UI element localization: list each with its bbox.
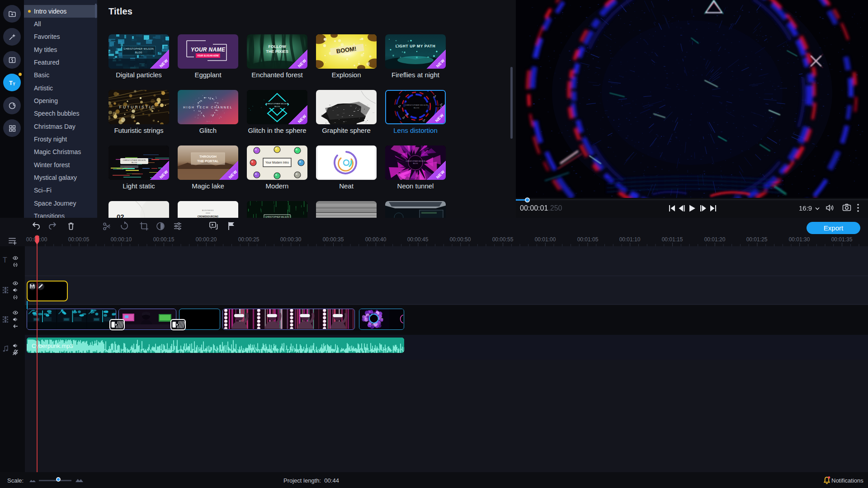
svg-text:Your Modern Intro: Your Modern Intro [265,161,289,164]
svg-text:02: 02 [117,213,124,218]
svg-text:YOUR NAME: YOUR NAME [191,47,226,53]
svg-text:BLOG: BLOG [135,51,142,54]
svg-text:T: T [13,81,15,86]
svg-text:BLOG: BLOG [413,163,418,164]
svg-text:CHRISTOPHER WILSON: CHRISTOPHER WILSON [405,104,428,106]
svg-text:BLOG: BLOG [414,107,420,109]
svg-text:CROWDSOURCING: CROWDSOURCING [198,215,218,218]
svg-text:YOUR SLOGAN HERE: YOUR SLOGAN HERE [197,55,219,57]
svg-text:THROUGH: THROUGH [199,155,217,159]
svg-text:FUTURISTIC: FUTURISTIC [119,105,156,109]
svg-text:THE PIXIES: THE PIXIES [266,49,288,54]
svg-text:CHRISTOPHER WILSON: CHRISTOPHER WILSON [124,47,154,50]
svg-text:THE PORTAL: THE PORTAL [197,159,219,163]
svg-text:CHRISTOPHER WILSON: CHRISTOPHER WILSON [266,103,288,105]
svg-text:FOLLOW: FOLLOW [269,44,286,49]
svg-text:CHRISTOPHER WILSON: CHRISTOPHER WILSON [265,216,289,218]
svg-text:T: T [9,79,13,86]
svg-text:BLOG: BLOG [274,105,280,108]
svg-text:LIGHT UP MY PATH: LIGHT UP MY PATH [396,44,435,48]
svg-text:BLOG: BLOG [132,161,137,164]
svg-text:BUSINESS: BUSINESS [202,210,214,211]
svg-text:CHRISTOPHER WILSON: CHRISTOPHER WILSON [406,160,425,162]
svg-text:HIGH TECH CHANNEL: HIGH TECH CHANNEL [183,106,232,109]
